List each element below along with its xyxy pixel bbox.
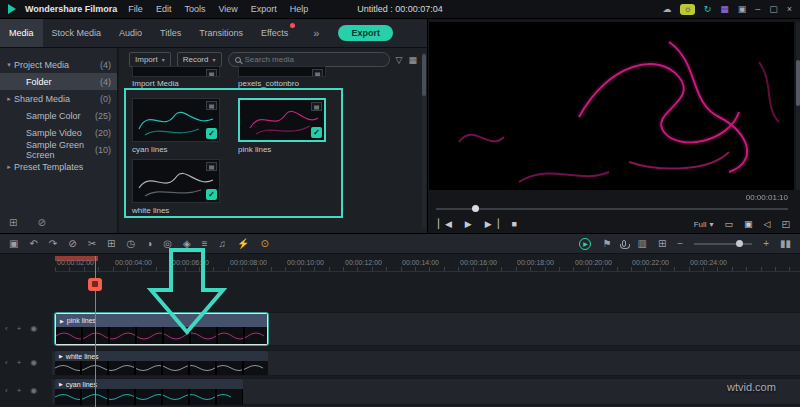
track-collapse-icon[interactable]: ‹	[5, 359, 8, 367]
record-label: Record	[183, 55, 209, 64]
render-preview-icon[interactable]: ⚡	[237, 239, 249, 249]
tree-collapse-icon[interactable]: ▾	[4, 61, 14, 69]
track-collapse-icon[interactable]: ‹	[5, 387, 8, 395]
record-dropdown[interactable]: Record ▾	[177, 52, 222, 67]
delete-icon[interactable]: ⊘	[68, 239, 76, 249]
menu-file[interactable]: File	[126, 4, 145, 14]
tab-effects[interactable]: Effects	[252, 19, 297, 47]
fullscreen-icon[interactable]: ◰	[781, 220, 790, 229]
minimize-button[interactable]: –	[755, 5, 760, 14]
tab-stock-media[interactable]: Stock Media	[43, 19, 111, 47]
volume-icon[interactable]: ◁	[764, 220, 771, 229]
media-tile-white-lines[interactable]: ▤ ✓	[132, 159, 220, 203]
media-tile-cyan-lines[interactable]: ▤ ✓	[132, 98, 220, 142]
track-height-icon[interactable]: ▮▮	[780, 239, 791, 249]
zoom-slider-thumb[interactable]	[736, 240, 743, 247]
seek-handle[interactable]	[472, 205, 479, 212]
screen-capture-icon[interactable]: ▣	[738, 5, 747, 14]
tree-expand-icon[interactable]: ▸	[4, 163, 14, 171]
sidebar-item-label: Shared Media	[14, 94, 70, 104]
menu-edit[interactable]: Edit	[154, 4, 174, 14]
cloud-icon[interactable]: ☁	[662, 5, 671, 14]
timeline-clip-cyan-lines[interactable]: ▶ cyan lines	[55, 379, 243, 405]
mark-icon[interactable]: ⊙	[260, 239, 268, 249]
preview-video[interactable]	[429, 22, 794, 190]
tree-expand-icon[interactable]: ▸	[4, 95, 14, 103]
bulb-icon[interactable]: ☼	[680, 4, 694, 15]
track-collapse-icon[interactable]: ‹	[5, 325, 8, 333]
track-add-icon[interactable]: +	[17, 387, 22, 395]
speed-icon[interactable]: ◷	[126, 239, 135, 249]
preview-zoom-dropdown[interactable]: Full ▾	[694, 220, 714, 229]
track-visibility-icon[interactable]: ◉	[30, 359, 37, 367]
menu-view[interactable]: View	[216, 4, 239, 14]
marker-flag-icon[interactable]: ⚑	[602, 239, 611, 249]
clip-filmstrip	[55, 389, 243, 405]
grid-view-icon[interactable]: ▦	[408, 55, 417, 65]
playhead-handle[interactable]	[88, 278, 102, 291]
previous-frame-button[interactable]: ▏◀	[438, 220, 452, 229]
preview-scrollbar-thumb[interactable]	[796, 60, 800, 106]
seek-bar[interactable]	[436, 208, 788, 210]
sidebar-item-sample-green-screen[interactable]: Sample Green Screen (10)	[0, 141, 117, 158]
timeline-zoom-slider[interactable]	[694, 243, 752, 245]
menu-export[interactable]: Export	[249, 4, 279, 14]
fit-screen-icon[interactable]: ▭	[725, 220, 734, 229]
timeline-right-tools: ▶ ⚑ ▥ ⊞ − + ▮▮	[579, 238, 791, 250]
layout-icon[interactable]: ▦	[720, 5, 729, 14]
new-folder-icon[interactable]: ⊞	[9, 217, 17, 228]
media-tile-import[interactable]: ▤	[132, 66, 220, 77]
sidebar-item-shared-media[interactable]: ▸ Shared Media (0)	[0, 90, 117, 107]
sidebar-item-sample-color[interactable]: Sample Color (25)	[0, 107, 117, 124]
maximize-button[interactable]: ▢	[769, 5, 778, 14]
ruler-label: 00:00:18:00	[517, 259, 554, 266]
preview-scrollbar[interactable]	[796, 22, 800, 190]
tab-media[interactable]: Media	[0, 19, 43, 47]
export-button[interactable]: Export	[338, 25, 393, 41]
sidebar-item-folder[interactable]: Folder (4)	[0, 73, 117, 90]
snap-icon[interactable]: ⊞	[658, 239, 666, 249]
media-pool-icon[interactable]: ▣	[9, 239, 18, 249]
next-frame-button[interactable]: ▶▕	[485, 220, 499, 229]
search-box[interactable]	[228, 52, 390, 67]
play-render-icon[interactable]: ▶	[579, 238, 591, 250]
media-tile-pexels-cottonbro[interactable]: ▤	[238, 66, 326, 77]
undo-icon[interactable]: ↶	[29, 239, 37, 249]
sync-icon[interactable]: ↻	[704, 5, 712, 14]
stop-button[interactable]: ■	[512, 220, 517, 229]
search-input[interactable]	[245, 55, 383, 64]
import-dropdown[interactable]: Import ▾	[129, 52, 171, 67]
sidebar-item-sample-video[interactable]: Sample Video (20)	[0, 124, 117, 141]
sidebar-item-project-media[interactable]: ▾ Project Media (4)	[0, 56, 117, 73]
media-scrollbar[interactable]	[422, 52, 426, 228]
voiceover-mic-icon[interactable]	[622, 240, 626, 247]
zoom-in-icon[interactable]: +	[763, 239, 769, 249]
screen-record-icon[interactable]: ▥	[637, 239, 646, 249]
snapshot-icon[interactable]: ▣	[744, 220, 753, 229]
track-visibility-icon[interactable]: ◉	[30, 387, 37, 395]
redo-icon[interactable]: ↷	[49, 239, 57, 249]
sidebar-item-preset-templates[interactable]: ▸ Preset Templates	[0, 158, 117, 175]
menu-help[interactable]: Help	[288, 4, 311, 14]
tab-titles[interactable]: Titles	[151, 19, 190, 47]
track-add-icon[interactable]: +	[17, 325, 22, 333]
ruler-label: 00:00:10:00	[287, 259, 324, 266]
tab-audio[interactable]: Audio	[110, 19, 151, 47]
close-button[interactable]: ×	[787, 5, 792, 14]
zoom-out-icon[interactable]: −	[677, 239, 683, 249]
more-tabs-icon[interactable]: »	[313, 27, 319, 39]
sidebar-item-count: (20)	[95, 128, 111, 138]
timeline-clip-white-lines[interactable]: ▶ white lines	[55, 351, 268, 375]
media-tile-pink-lines[interactable]: ▤ ✓	[238, 98, 326, 142]
delete-folder-icon[interactable]: ⊘	[37, 217, 45, 228]
split-icon[interactable]: ✂	[88, 239, 96, 249]
track-add-icon[interactable]: +	[17, 359, 22, 367]
media-scrollbar-thumb[interactable]	[422, 54, 426, 96]
menu-tools[interactable]: Tools	[182, 4, 207, 14]
tab-transitions[interactable]: Transitions	[190, 19, 252, 47]
crop-icon[interactable]: ⊞	[107, 239, 115, 249]
track-visibility-icon[interactable]: ◉	[30, 325, 37, 333]
media-tile-label: white lines	[132, 206, 169, 215]
play-button[interactable]: ▶	[465, 220, 472, 229]
filter-icon[interactable]: ▽	[396, 55, 403, 65]
